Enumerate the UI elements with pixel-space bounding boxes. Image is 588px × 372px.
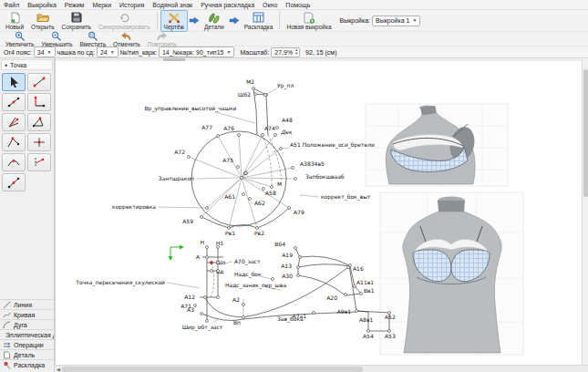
pattern-point[interactable] (217, 262, 220, 264)
category-arc[interactable]: Дуга (0, 319, 54, 329)
pattern-point[interactable] (254, 93, 257, 96)
pattern-point[interactable] (294, 178, 297, 181)
category-layout[interactable]: Раскладка (0, 359, 54, 369)
cup-select[interactable]: 24 ▼ (97, 46, 119, 57)
category-operations[interactable]: Операции (0, 339, 54, 349)
pattern-point[interactable] (242, 304, 245, 306)
tool-perpendicular-point-button[interactable] (27, 93, 51, 111)
category-line[interactable]: Линия (0, 299, 54, 309)
pattern-line[interactable] (298, 256, 349, 267)
draw-mode-button[interactable]: Чертёж (160, 10, 188, 32)
tool-true-darts-button[interactable] (2, 173, 26, 191)
pattern-line[interactable] (211, 263, 214, 297)
category-elliptical-arc[interactable]: Эллиптическая д... (0, 329, 54, 339)
pattern-point[interactable] (242, 193, 245, 196)
menu-manual-layout[interactable]: Ручная раскладка (201, 2, 254, 8)
pattern-point[interactable] (276, 127, 279, 129)
tool-shoulder-point-button[interactable] (27, 113, 51, 131)
pattern-point[interactable] (241, 177, 243, 180)
scale-spinbox[interactable]: 27,9% ▲▼ (271, 47, 300, 57)
pattern-select[interactable]: Выкройка 1 ▼ (372, 16, 420, 26)
pattern-point[interactable] (253, 88, 255, 90)
pattern-point[interactable] (262, 134, 264, 137)
tool-curve-point-button[interactable] (2, 153, 26, 171)
open-button[interactable]: Открыть (27, 10, 58, 32)
cup-pattern-piece[interactable]: М2Ур_плШб2Вр_управление_высотой_чашкиА48… (112, 78, 375, 236)
pattern-line[interactable] (201, 178, 257, 228)
spinner-arrows-icon[interactable]: ▲▼ (294, 48, 298, 55)
pattern-point[interactable] (294, 247, 297, 250)
pattern-point[interactable] (206, 320, 209, 323)
pattern-point[interactable] (201, 313, 203, 315)
pattern-line[interactable] (298, 265, 361, 311)
menu-watermark[interactable]: Водяной знак (152, 2, 192, 8)
pattern-point[interactable] (347, 266, 350, 269)
pattern-point[interactable] (313, 312, 315, 315)
pattern-line[interactable] (170, 247, 181, 257)
details-mode-button[interactable]: Детали (201, 10, 228, 32)
pattern-drawing[interactable]: М2Ур_плШб2Вр_управление_высотой_чашкиА48… (56, 58, 581, 363)
wire-type-select[interactable]: 14_№карк: 90_тип15 ▼ (159, 46, 234, 57)
menu-mode[interactable]: Режим (65, 2, 85, 8)
canvas-top-scrollbar[interactable] (56, 58, 582, 61)
pattern-point[interactable] (211, 262, 213, 264)
scrollbar-thumb[interactable] (62, 367, 363, 372)
tool-line-intersect-axis-button[interactable] (27, 153, 51, 171)
pattern-point[interactable] (249, 198, 252, 201)
category-curve[interactable]: Кривая (0, 309, 54, 319)
menu-window[interactable]: Окно (263, 2, 277, 8)
new-pattern-button[interactable]: Новая выкройка (283, 10, 335, 32)
pattern-point[interactable] (288, 207, 291, 210)
sync-button[interactable]: Синхронизировать (95, 10, 154, 32)
scrollbar-thumb[interactable] (583, 69, 588, 197)
pattern-point[interactable] (217, 270, 220, 273)
pattern-point[interactable] (211, 270, 213, 273)
tool-point-along-line-button[interactable] (2, 93, 26, 111)
save-button[interactable]: Сохранить (58, 10, 95, 32)
pattern-line[interactable] (295, 248, 300, 275)
pattern-point[interactable] (206, 256, 209, 259)
pattern-point[interactable] (188, 156, 191, 159)
scrollbar-thumb[interactable] (163, 58, 185, 61)
pattern-point[interactable] (297, 274, 300, 277)
pattern-point[interactable] (292, 167, 294, 170)
vertical-scrollbar[interactable] (582, 58, 588, 365)
layout-mode-button[interactable]: Раскладка (241, 10, 277, 32)
scroll-left-arrow-icon[interactable]: ◀ (55, 367, 62, 372)
tool-select-arrow-button[interactable] (2, 73, 26, 91)
pattern-point[interactable] (271, 186, 273, 189)
pattern-point[interactable] (206, 207, 209, 210)
pattern-point[interactable] (274, 134, 277, 137)
new-button[interactable]: Новый (2, 10, 27, 32)
pattern-point[interactable] (280, 148, 283, 150)
pattern-point[interactable] (297, 266, 300, 269)
pattern-point[interactable] (238, 134, 241, 137)
menu-history[interactable]: История (119, 2, 144, 8)
menu-measurements[interactable]: Мерки (92, 2, 111, 8)
pattern-point[interactable] (264, 94, 267, 97)
pattern-point[interactable] (201, 216, 203, 219)
band-pattern-piece[interactable]: HH1AШпВдА70_застНадс_бокНадс_заник_пер_ш… (75, 239, 396, 339)
tool-point-distance-angle-button[interactable] (27, 73, 51, 91)
pattern-point[interactable] (360, 293, 363, 295)
tool-normal-point-button[interactable] (2, 133, 26, 151)
pattern-point[interactable] (204, 296, 207, 299)
pattern-point[interactable] (272, 278, 274, 281)
category-detail[interactable]: Деталь (0, 349, 54, 359)
pattern-point[interactable] (217, 296, 220, 299)
drawing-canvas[interactable]: М2Ур_плШб2Вр_управление_высотой_чашкиА48… (55, 58, 582, 365)
menu-pattern[interactable]: Выкройка (27, 2, 57, 8)
pattern-line[interactable] (205, 267, 348, 317)
pattern-line[interactable] (201, 208, 289, 228)
pattern-point[interactable] (217, 135, 220, 138)
pattern-point[interactable] (356, 310, 358, 313)
girth-select[interactable]: 34 ▼ (34, 46, 56, 57)
pattern-line[interactable] (167, 262, 281, 323)
pattern-line[interactable] (263, 135, 282, 187)
pattern-point[interactable] (237, 166, 240, 169)
horizontal-scrollbar[interactable]: ◀ (55, 365, 588, 372)
pattern-point[interactable] (345, 294, 347, 296)
tool-bisector-point-button[interactable] (2, 113, 26, 131)
pattern-point[interactable] (299, 256, 302, 259)
menu-file[interactable]: Файл (4, 2, 19, 8)
